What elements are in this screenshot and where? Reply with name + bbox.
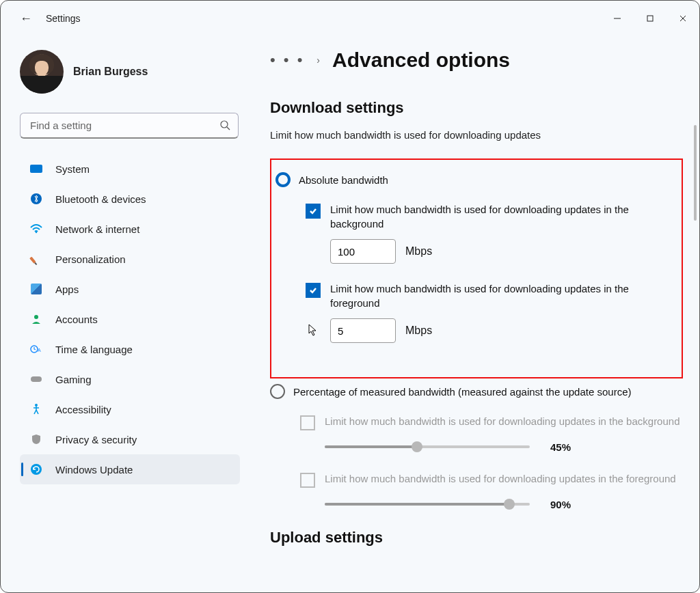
wifi-icon [29,222,43,236]
nav-label: Network & internet [55,223,139,235]
brush-icon [29,252,43,266]
breadcrumb-more[interactable]: • • • [270,51,304,69]
radio-absolute-label: Absolute bandwidth [299,174,388,186]
nav-label: Windows Update [55,464,133,475]
search-icon [219,120,230,133]
nav-bluetooth[interactable]: Bluetooth & devices [20,184,240,214]
nav-label: Apps [55,284,79,295]
unit-mbps: Mbps [405,245,432,258]
unit-mbps: Mbps [405,325,432,337]
nav-personalization[interactable]: Personalization [20,244,240,274]
nav-windows-update[interactable]: Windows Update [20,454,240,484]
chevron-right-icon: › [317,55,320,66]
gamepad-icon [29,372,43,386]
nav-gaming[interactable]: Gaming [20,364,240,394]
nav-label: Bluetooth & devices [55,193,146,205]
download-section-desc: Limit how much bandwidth is used for dow… [270,129,683,141]
nav-accounts[interactable]: Accounts [20,304,240,334]
bg-limit-label: Limit how much bandwidth is used for dow… [330,202,673,231]
bg-bandwidth-input[interactable] [330,239,396,264]
nav-apps[interactable]: Apps [20,274,240,304]
svg-point-13 [35,404,38,406]
page-title: Advanced options [332,49,510,72]
nav-label: Gaming [55,374,92,385]
pct-bg-label: Limit how much bandwidth is used for dow… [325,414,683,428]
shield-icon [29,432,43,446]
svg-point-14 [31,464,42,475]
nav-label: Personalization [55,253,126,265]
nav-label: Privacy & security [55,434,137,445]
close-button[interactable] [667,5,699,32]
avatar [20,50,64,94]
svg-line-5 [227,127,230,130]
radio-absolute-bandwidth[interactable] [275,172,291,187]
cursor-icon [308,324,318,339]
pct-fg-value: 90% [550,499,578,510]
pct-bg-value: 45% [550,441,578,453]
scrollbar[interactable] [694,125,697,221]
minimize-button[interactable] [601,5,634,32]
fg-limit-label: Limit how much bandwidth is used for dow… [330,281,673,310]
radio-percentage-label: Percentage of measured bandwidth (measur… [293,386,631,398]
svg-text:A: A [38,348,41,353]
slider-pct-fg[interactable] [325,497,530,511]
clock-icon: A [29,342,43,356]
monitor-icon [29,162,43,176]
person-icon [29,312,43,326]
nav-label: Time & language [55,344,133,355]
search-input[interactable] [20,113,239,139]
maximize-button[interactable] [634,5,667,32]
nav-time[interactable]: ATime & language [20,334,240,364]
svg-point-9 [34,315,38,319]
svg-point-4 [221,121,228,128]
back-button[interactable]: ← [20,12,32,26]
nav-network[interactable]: Network & internet [20,214,240,244]
bluetooth-icon [29,192,43,206]
app-title: Settings [46,13,81,24]
fg-bandwidth-input[interactable] [330,318,396,343]
svg-rect-8 [29,257,36,264]
upload-section-title: Upload settings [270,529,683,547]
download-section-title: Download settings [270,99,683,117]
svg-rect-12 [31,376,42,382]
checkbox-bg-limit[interactable] [306,204,321,219]
nav-privacy[interactable]: Privacy & security [20,424,240,454]
svg-rect-1 [647,16,653,21]
nav-accessibility[interactable]: Accessibility [20,394,240,424]
checkbox-pct-fg[interactable] [300,473,315,488]
user-profile[interactable]: Brian Burgess [20,50,240,94]
pct-fg-label: Limit how much bandwidth is used for dow… [325,471,683,486]
svg-point-7 [36,232,37,233]
username: Brian Burgess [73,66,148,78]
radio-percentage-bandwidth[interactable] [270,384,285,399]
checkbox-fg-limit[interactable] [306,283,321,298]
nav-label: System [55,163,90,175]
nav-label: Accessibility [55,404,111,415]
update-icon [29,463,43,476]
absolute-bandwidth-group: Absolute bandwidth Limit how much bandwi… [270,158,683,378]
apps-icon [29,282,43,296]
accessibility-icon [29,402,43,416]
nav-label: Accounts [55,314,98,325]
slider-pct-bg[interactable] [325,440,530,454]
nav-system[interactable]: System [20,154,240,184]
checkbox-pct-bg[interactable] [300,415,315,430]
